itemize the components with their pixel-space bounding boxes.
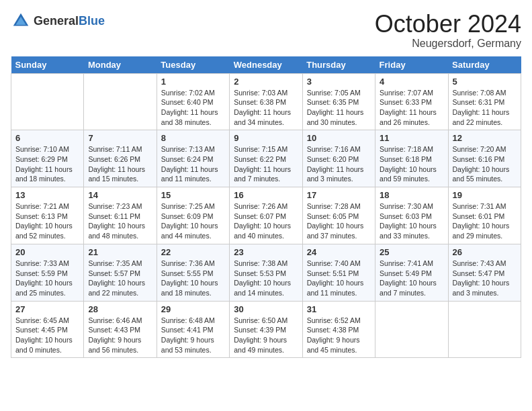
weekday-header-monday: Monday	[84, 56, 157, 74]
cell-info: Sunrise: 7:13 AM Sunset: 6:24 PM Dayligh…	[161, 144, 225, 184]
cell-info: Sunrise: 7:31 AM Sunset: 6:01 PM Dayligh…	[453, 201, 517, 241]
weekday-header-sunday: Sunday	[11, 56, 84, 74]
cell-info: Sunrise: 7:26 AM Sunset: 6:07 PM Dayligh…	[234, 201, 298, 241]
day-number: 18	[380, 190, 443, 200]
calendar-cell: 8Sunrise: 7:13 AM Sunset: 6:24 PM Daylig…	[157, 130, 229, 187]
weekday-header-thursday: Thursday	[302, 56, 375, 74]
cell-info: Sunrise: 7:41 AM Sunset: 5:49 PM Dayligh…	[380, 259, 443, 298]
calendar-cell: 17Sunrise: 7:28 AM Sunset: 6:05 PM Dayli…	[302, 187, 375, 244]
weekday-header-tuesday: Tuesday	[157, 56, 229, 74]
calendar-cell: 24Sunrise: 7:40 AM Sunset: 5:51 PM Dayli…	[302, 244, 375, 301]
day-number: 28	[88, 304, 152, 314]
cell-info: Sunrise: 7:15 AM Sunset: 6:22 PM Dayligh…	[234, 144, 298, 184]
calendar-cell: 29Sunrise: 6:48 AM Sunset: 4:41 PM Dayli…	[157, 301, 229, 358]
cell-info: Sunrise: 7:11 AM Sunset: 6:26 PM Dayligh…	[88, 144, 152, 184]
calendar-cell: 31Sunrise: 6:52 AM Sunset: 4:38 PM Dayli…	[302, 301, 375, 358]
day-number: 4	[380, 77, 443, 87]
logo-general: General	[34, 14, 79, 28]
day-number: 25	[380, 247, 443, 257]
week-row-1: 1Sunrise: 7:02 AM Sunset: 6:40 PM Daylig…	[11, 73, 521, 130]
cell-info: Sunrise: 7:05 AM Sunset: 6:35 PM Dayligh…	[307, 88, 371, 128]
week-row-5: 27Sunrise: 6:45 AM Sunset: 4:45 PM Dayli…	[11, 301, 521, 358]
day-number: 16	[234, 190, 298, 200]
calendar-cell: 6Sunrise: 7:10 AM Sunset: 6:29 PM Daylig…	[11, 130, 84, 187]
weekday-header-wednesday: Wednesday	[230, 56, 302, 74]
day-number: 6	[15, 133, 79, 143]
week-row-4: 20Sunrise: 7:33 AM Sunset: 5:59 PM Dayli…	[11, 244, 521, 301]
day-number: 31	[307, 304, 371, 314]
cell-info: Sunrise: 7:28 AM Sunset: 6:05 PM Dayligh…	[307, 201, 371, 241]
logo-blue: Blue	[79, 14, 105, 28]
day-number: 20	[15, 247, 79, 257]
cell-info: Sunrise: 7:38 AM Sunset: 5:53 PM Dayligh…	[234, 259, 298, 298]
day-number: 14	[88, 190, 152, 200]
calendar-cell: 22Sunrise: 7:36 AM Sunset: 5:55 PM Dayli…	[157, 244, 229, 301]
calendar-cell: 4Sunrise: 7:07 AM Sunset: 6:33 PM Daylig…	[375, 73, 448, 130]
page-header: GeneralBlue October 2024 Neugersdorf, Ge…	[11, 11, 521, 50]
calendar-cell	[448, 301, 521, 358]
cell-info: Sunrise: 7:18 AM Sunset: 6:18 PM Dayligh…	[380, 144, 443, 184]
calendar-cell: 19Sunrise: 7:31 AM Sunset: 6:01 PM Dayli…	[448, 187, 521, 244]
calendar-cell: 18Sunrise: 7:30 AM Sunset: 6:03 PM Dayli…	[375, 187, 448, 244]
cell-info: Sunrise: 6:46 AM Sunset: 4:43 PM Dayligh…	[88, 316, 152, 355]
calendar-cell: 15Sunrise: 7:25 AM Sunset: 6:09 PM Dayli…	[157, 187, 229, 244]
calendar-cell: 3Sunrise: 7:05 AM Sunset: 6:35 PM Daylig…	[302, 73, 375, 130]
calendar-cell	[84, 73, 157, 130]
day-number: 10	[307, 133, 371, 143]
day-number: 26	[453, 247, 517, 257]
day-number: 21	[88, 247, 152, 257]
calendar-cell: 14Sunrise: 7:23 AM Sunset: 6:11 PM Dayli…	[84, 187, 157, 244]
calendar-cell: 30Sunrise: 6:50 AM Sunset: 4:39 PM Dayli…	[230, 301, 302, 358]
cell-info: Sunrise: 7:23 AM Sunset: 6:11 PM Dayligh…	[88, 201, 152, 241]
day-number: 17	[307, 190, 371, 200]
cell-info: Sunrise: 7:40 AM Sunset: 5:51 PM Dayligh…	[307, 259, 371, 298]
calendar-cell: 12Sunrise: 7:20 AM Sunset: 6:16 PM Dayli…	[448, 130, 521, 187]
cell-info: Sunrise: 7:43 AM Sunset: 5:47 PM Dayligh…	[453, 259, 517, 298]
logo-text: GeneralBlue	[34, 14, 105, 28]
day-number: 22	[161, 247, 225, 257]
calendar-cell: 23Sunrise: 7:38 AM Sunset: 5:53 PM Dayli…	[230, 244, 302, 301]
calendar-cell: 1Sunrise: 7:02 AM Sunset: 6:40 PM Daylig…	[157, 73, 229, 130]
cell-info: Sunrise: 7:10 AM Sunset: 6:29 PM Dayligh…	[15, 144, 79, 184]
cell-info: Sunrise: 7:30 AM Sunset: 6:03 PM Dayligh…	[380, 201, 443, 241]
day-number: 11	[380, 133, 443, 143]
day-number: 29	[161, 304, 225, 314]
day-number: 12	[453, 133, 517, 143]
cell-info: Sunrise: 7:02 AM Sunset: 6:40 PM Dayligh…	[161, 88, 225, 128]
cell-info: Sunrise: 7:33 AM Sunset: 5:59 PM Dayligh…	[15, 259, 79, 298]
day-number: 15	[161, 190, 225, 200]
calendar-cell: 20Sunrise: 7:33 AM Sunset: 5:59 PM Dayli…	[11, 244, 84, 301]
calendar-cell: 21Sunrise: 7:35 AM Sunset: 5:57 PM Dayli…	[84, 244, 157, 301]
day-number: 7	[88, 133, 152, 143]
cell-info: Sunrise: 6:52 AM Sunset: 4:38 PM Dayligh…	[307, 316, 371, 355]
cell-info: Sunrise: 7:07 AM Sunset: 6:33 PM Dayligh…	[380, 88, 443, 128]
day-number: 24	[307, 247, 371, 257]
calendar-table: SundayMondayTuesdayWednesdayThursdayFrid…	[11, 56, 521, 359]
title-block: October 2024 Neugersdorf, Germany	[375, 11, 521, 50]
calendar-cell: 16Sunrise: 7:26 AM Sunset: 6:07 PM Dayli…	[230, 187, 302, 244]
calendar-cell: 13Sunrise: 7:21 AM Sunset: 6:13 PM Dayli…	[11, 187, 84, 244]
calendar-cell: 5Sunrise: 7:08 AM Sunset: 6:31 PM Daylig…	[448, 73, 521, 130]
calendar-cell: 7Sunrise: 7:11 AM Sunset: 6:26 PM Daylig…	[84, 130, 157, 187]
calendar-cell: 25Sunrise: 7:41 AM Sunset: 5:49 PM Dayli…	[375, 244, 448, 301]
calendar-cell: 11Sunrise: 7:18 AM Sunset: 6:18 PM Dayli…	[375, 130, 448, 187]
calendar-cell: 26Sunrise: 7:43 AM Sunset: 5:47 PM Dayli…	[448, 244, 521, 301]
calendar-cell	[11, 73, 84, 130]
calendar-cell: 2Sunrise: 7:03 AM Sunset: 6:38 PM Daylig…	[230, 73, 302, 130]
cell-info: Sunrise: 6:50 AM Sunset: 4:39 PM Dayligh…	[234, 316, 298, 355]
cell-info: Sunrise: 7:20 AM Sunset: 6:16 PM Dayligh…	[453, 144, 517, 184]
weekday-header-row: SundayMondayTuesdayWednesdayThursdayFrid…	[11, 56, 521, 74]
day-number: 1	[161, 77, 225, 87]
day-number: 30	[234, 304, 298, 314]
month-title: October 2024	[375, 11, 521, 38]
cell-info: Sunrise: 7:08 AM Sunset: 6:31 PM Dayligh…	[453, 88, 517, 128]
week-row-3: 13Sunrise: 7:21 AM Sunset: 6:13 PM Dayli…	[11, 187, 521, 244]
day-number: 5	[453, 77, 517, 87]
day-number: 8	[161, 133, 225, 143]
calendar-cell: 9Sunrise: 7:15 AM Sunset: 6:22 PM Daylig…	[230, 130, 302, 187]
day-number: 3	[307, 77, 371, 87]
logo-icon	[11, 11, 31, 31]
weekday-header-saturday: Saturday	[448, 56, 521, 74]
logo: GeneralBlue	[11, 11, 105, 31]
day-number: 19	[453, 190, 517, 200]
